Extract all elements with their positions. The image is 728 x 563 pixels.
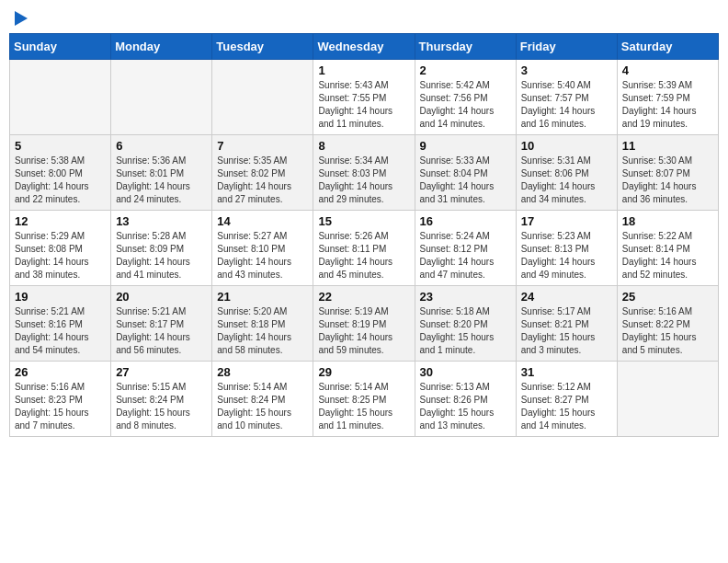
calendar-day-cell: 7Sunrise: 5:35 AM Sunset: 8:02 PM Daylig… [212,135,313,211]
day-number: 5 [15,139,106,153]
calendar-week-row: 26Sunrise: 5:16 AM Sunset: 8:23 PM Dayli… [10,362,719,437]
day-info: Sunrise: 5:12 AM Sunset: 8:27 PM Dayligh… [521,381,612,432]
day-info: Sunrise: 5:16 AM Sunset: 8:23 PM Dayligh… [15,381,106,432]
day-number: 16 [420,214,511,228]
day-info: Sunrise: 5:40 AM Sunset: 7:57 PM Dayligh… [521,79,612,131]
calendar-day-cell: 29Sunrise: 5:14 AM Sunset: 8:25 PM Dayli… [313,362,415,437]
calendar-week-row: 19Sunrise: 5:21 AM Sunset: 8:16 PM Dayli… [10,286,719,362]
day-number: 29 [318,365,409,379]
calendar-day-cell: 12Sunrise: 5:29 AM Sunset: 8:08 PM Dayli… [10,211,111,286]
calendar-day-cell: 20Sunrise: 5:21 AM Sunset: 8:17 PM Dayli… [111,286,212,362]
calendar-table: SundayMondayTuesdayWednesdayThursdayFrid… [9,33,719,437]
calendar-day-cell: 22Sunrise: 5:19 AM Sunset: 8:19 PM Dayli… [313,286,415,362]
calendar-day-cell: 18Sunrise: 5:22 AM Sunset: 8:14 PM Dayli… [617,211,718,286]
day-info: Sunrise: 5:18 AM Sunset: 8:20 PM Dayligh… [420,305,511,357]
day-number: 25 [622,290,713,304]
calendar-header-row: SundayMondayTuesdayWednesdayThursdayFrid… [10,34,719,60]
day-number: 8 [318,139,409,153]
calendar-day-cell: 10Sunrise: 5:31 AM Sunset: 8:06 PM Dayli… [516,135,617,211]
day-number: 21 [217,290,308,304]
day-info: Sunrise: 5:21 AM Sunset: 8:16 PM Dayligh… [15,305,106,357]
day-number: 4 [622,63,713,77]
day-info: Sunrise: 5:15 AM Sunset: 8:24 PM Dayligh… [116,381,207,432]
calendar-day-cell: 8Sunrise: 5:34 AM Sunset: 8:03 PM Daylig… [313,135,415,211]
calendar-day-cell: 27Sunrise: 5:15 AM Sunset: 8:24 PM Dayli… [111,362,212,437]
day-number: 22 [318,290,409,304]
day-number: 3 [521,63,612,77]
day-info: Sunrise: 5:28 AM Sunset: 8:09 PM Dayligh… [116,230,207,282]
calendar-day-cell: 14Sunrise: 5:27 AM Sunset: 8:10 PM Dayli… [212,211,313,286]
calendar-week-row: 5Sunrise: 5:38 AM Sunset: 8:00 PM Daylig… [10,135,719,211]
day-number: 6 [116,139,207,153]
day-info: Sunrise: 5:33 AM Sunset: 8:04 PM Dayligh… [420,155,511,206]
calendar-week-row: 12Sunrise: 5:29 AM Sunset: 8:08 PM Dayli… [10,211,719,286]
calendar-day-cell: 28Sunrise: 5:14 AM Sunset: 8:24 PM Dayli… [212,362,313,437]
day-number: 31 [521,365,612,379]
day-info: Sunrise: 5:29 AM Sunset: 8:08 PM Dayligh… [15,230,106,282]
day-info: Sunrise: 5:17 AM Sunset: 8:21 PM Dayligh… [521,305,612,357]
calendar-day-cell: 9Sunrise: 5:33 AM Sunset: 8:04 PM Daylig… [415,135,516,211]
day-info: Sunrise: 5:19 AM Sunset: 8:19 PM Dayligh… [318,305,409,357]
day-of-week-header: Tuesday [212,34,313,60]
day-number: 24 [521,290,612,304]
day-info: Sunrise: 5:23 AM Sunset: 8:13 PM Dayligh… [521,230,612,282]
day-info: Sunrise: 5:31 AM Sunset: 8:06 PM Dayligh… [521,155,612,206]
calendar-day-cell: 30Sunrise: 5:13 AM Sunset: 8:26 PM Dayli… [415,362,516,437]
calendar-day-cell: 16Sunrise: 5:24 AM Sunset: 8:12 PM Dayli… [415,211,516,286]
page-header [9,9,719,26]
day-number: 17 [521,214,612,228]
day-of-week-header: Friday [516,34,617,60]
day-info: Sunrise: 5:39 AM Sunset: 7:59 PM Dayligh… [622,79,713,131]
day-info: Sunrise: 5:26 AM Sunset: 8:11 PM Dayligh… [318,230,409,282]
calendar-day-cell: 4Sunrise: 5:39 AM Sunset: 7:59 PM Daylig… [617,60,718,135]
logo [13,9,28,26]
calendar-day-cell: 15Sunrise: 5:26 AM Sunset: 8:11 PM Dayli… [313,211,415,286]
day-info: Sunrise: 5:13 AM Sunset: 8:26 PM Dayligh… [420,381,511,432]
calendar-day-cell [10,60,111,135]
day-info: Sunrise: 5:14 AM Sunset: 8:24 PM Dayligh… [217,381,308,432]
day-number: 12 [15,214,106,228]
calendar-day-cell: 17Sunrise: 5:23 AM Sunset: 8:13 PM Dayli… [516,211,617,286]
day-of-week-header: Saturday [617,34,718,60]
day-info: Sunrise: 5:43 AM Sunset: 7:55 PM Dayligh… [318,79,409,131]
day-number: 1 [318,63,409,77]
calendar-day-cell [111,60,212,135]
calendar-day-cell: 13Sunrise: 5:28 AM Sunset: 8:09 PM Dayli… [111,211,212,286]
day-info: Sunrise: 5:16 AM Sunset: 8:22 PM Dayligh… [622,305,713,357]
day-number: 28 [217,365,308,379]
day-number: 27 [116,365,207,379]
day-of-week-header: Monday [111,34,212,60]
day-of-week-header: Sunday [10,34,111,60]
calendar-day-cell: 2Sunrise: 5:42 AM Sunset: 7:56 PM Daylig… [415,60,516,135]
day-number: 11 [622,139,713,153]
day-info: Sunrise: 5:38 AM Sunset: 8:00 PM Dayligh… [15,155,106,206]
day-number: 20 [116,290,207,304]
day-number: 23 [420,290,511,304]
calendar-day-cell: 31Sunrise: 5:12 AM Sunset: 8:27 PM Dayli… [516,362,617,437]
calendar-week-row: 1Sunrise: 5:43 AM Sunset: 7:55 PM Daylig… [10,60,719,135]
day-number: 9 [420,139,511,153]
day-info: Sunrise: 5:34 AM Sunset: 8:03 PM Dayligh… [318,155,409,206]
day-number: 7 [217,139,308,153]
calendar-day-cell: 25Sunrise: 5:16 AM Sunset: 8:22 PM Dayli… [617,286,718,362]
day-number: 10 [521,139,612,153]
calendar-day-cell [212,60,313,135]
day-number: 19 [15,290,106,304]
day-info: Sunrise: 5:20 AM Sunset: 8:18 PM Dayligh… [217,305,308,357]
day-info: Sunrise: 5:14 AM Sunset: 8:25 PM Dayligh… [318,381,409,432]
day-number: 26 [15,365,106,379]
calendar-day-cell: 26Sunrise: 5:16 AM Sunset: 8:23 PM Dayli… [10,362,111,437]
day-number: 14 [217,214,308,228]
day-number: 18 [622,214,713,228]
day-number: 13 [116,214,207,228]
calendar-day-cell: 23Sunrise: 5:18 AM Sunset: 8:20 PM Dayli… [415,286,516,362]
day-info: Sunrise: 5:30 AM Sunset: 8:07 PM Dayligh… [622,155,713,206]
day-number: 30 [420,365,511,379]
day-info: Sunrise: 5:21 AM Sunset: 8:17 PM Dayligh… [116,305,207,357]
calendar-day-cell: 5Sunrise: 5:38 AM Sunset: 8:00 PM Daylig… [10,135,111,211]
day-number: 15 [318,214,409,228]
calendar-day-cell: 1Sunrise: 5:43 AM Sunset: 7:55 PM Daylig… [313,60,415,135]
calendar-day-cell: 24Sunrise: 5:17 AM Sunset: 8:21 PM Dayli… [516,286,617,362]
calendar-day-cell [617,362,718,437]
calendar-day-cell: 19Sunrise: 5:21 AM Sunset: 8:16 PM Dayli… [10,286,111,362]
